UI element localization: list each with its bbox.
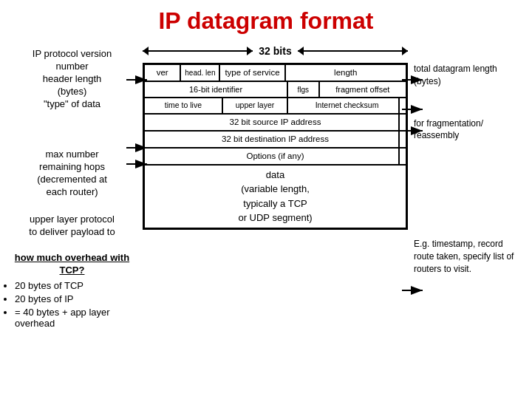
- datagram-row3: time to live upper layer Internet checks…: [145, 98, 406, 115]
- bullet-ip: 20 bytes of IP: [15, 293, 137, 304]
- cell-fragment: fragment offset: [320, 82, 406, 97]
- bits-arrow: 32 bits: [143, 45, 408, 57]
- datagram-row4: 32 bit source IP address: [145, 115, 406, 132]
- cell-ver: ver: [145, 65, 181, 81]
- datagram-wrapper: ver head. len type of service length 16-…: [143, 63, 408, 230]
- version-text: IP protocol versionnumberheader length(b…: [7, 48, 137, 110]
- datagram-row1: ver head. len type of service length: [145, 65, 406, 82]
- cell-options: Options (if any): [145, 149, 406, 164]
- section-hops-info: max numberremaining hops(decremented ate…: [7, 149, 137, 199]
- right-section-fragment: for fragmentation/ reassembly: [414, 117, 525, 143]
- right-column: total datagram length (bytes) for fragme…: [414, 41, 525, 399]
- cell-upper: upper layer: [223, 98, 288, 113]
- right-section-total: total datagram length (bytes): [414, 63, 525, 88]
- cell-length: length: [286, 65, 406, 81]
- bits-arrow-line-right: [298, 50, 408, 52]
- cell-timetolive: time to live: [145, 98, 223, 113]
- overhead-underline: how much overhead with TCP?: [7, 252, 137, 277]
- bullet-tcp: 20 bytes of TCP: [15, 280, 137, 291]
- cell-dest-ip: 32 bit destination IP address: [145, 132, 406, 147]
- cell-source-ip: 32 bit source IP address: [145, 115, 406, 130]
- total-length-text: total datagram length (bytes): [414, 63, 525, 88]
- cell-typeof: type of service: [220, 65, 285, 81]
- left-column: IP protocol versionnumberheader length(b…: [7, 41, 137, 399]
- bits-arrow-line-left: [143, 50, 253, 52]
- fragmentation-text: for fragmentation/ reassembly: [414, 117, 525, 143]
- bits-label: 32 bits: [253, 45, 297, 57]
- center-column: 32 bits ver head. len type of service le…: [143, 41, 408, 399]
- cell-data: data (variable length, typically a TCP o…: [145, 166, 406, 228]
- section-overhead: how much overhead with TCP? 20 bytes of …: [7, 252, 137, 331]
- datagram-row5: 32 bit destination IP address: [145, 132, 406, 149]
- cell-headlen: head. len: [181, 65, 220, 81]
- cell-flags: flgs: [288, 82, 319, 97]
- right-section-options: E.g. timestamp, record route taken, spec…: [414, 238, 525, 275]
- section-version-info: IP protocol versionnumberheader length(b…: [7, 48, 137, 110]
- page-title: IP datagram format: [0, 7, 532, 35]
- cell-checksum: Internet checksum: [288, 98, 406, 113]
- options-text: E.g. timestamp, record route taken, spec…: [414, 238, 525, 275]
- section-upper-layer-info: upper layer protocolto deliver payload t…: [7, 214, 137, 239]
- datagram-row7: data (variable length, typically a TCP o…: [145, 166, 406, 228]
- bullet-total: = 40 bytes + app layer overhead: [15, 307, 137, 329]
- upper-layer-text: upper layer protocolto deliver payload t…: [7, 214, 137, 239]
- bits-label-row: 32 bits: [143, 41, 408, 61]
- datagram-row6: Options (if any): [145, 149, 406, 166]
- overhead-list: 20 bytes of TCP 20 bytes of IP = 40 byte…: [7, 280, 137, 329]
- datagram-row2: 16-bit identifier flgs fragment offset: [145, 82, 406, 98]
- cell-identifier: 16-bit identifier: [145, 82, 288, 97]
- hops-text: max numberremaining hops(decremented ate…: [7, 149, 137, 199]
